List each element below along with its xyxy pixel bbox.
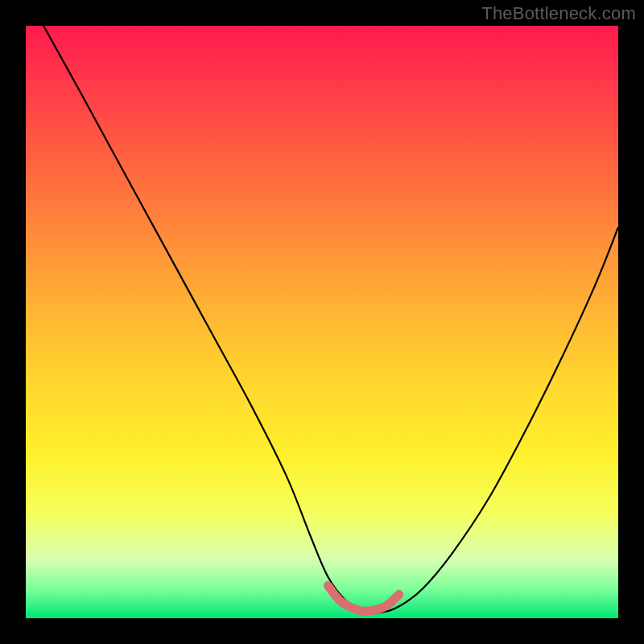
chart-frame: TheBottleneck.com	[0, 0, 644, 644]
bottleneck-curve	[43, 26, 618, 613]
optimal-range-marker	[328, 586, 398, 612]
chart-svg	[26, 26, 618, 618]
watermark-text: TheBottleneck.com	[481, 3, 636, 24]
